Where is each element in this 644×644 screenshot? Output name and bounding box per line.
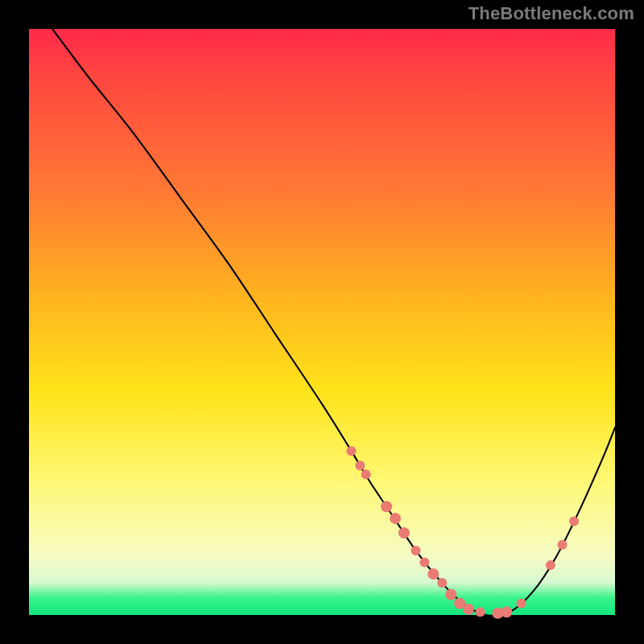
bottleneck-curve-line	[52, 29, 615, 616]
highlighted-marker	[546, 560, 555, 570]
highlighted-marker	[476, 607, 485, 617]
highlighted-marker	[569, 517, 579, 526]
highlighted-marker	[346, 446, 356, 456]
highlighted-marker	[419, 557, 429, 567]
highlighted-markers-group	[346, 446, 579, 619]
highlighted-marker	[427, 568, 439, 580]
highlighted-marker	[437, 578, 447, 588]
highlighted-marker	[445, 589, 456, 601]
highlighted-marker	[411, 546, 420, 555]
highlighted-marker	[501, 606, 512, 617]
highlighted-marker	[398, 527, 410, 539]
highlighted-marker	[390, 513, 401, 524]
highlighted-marker	[463, 604, 474, 615]
highlighted-marker	[361, 469, 371, 479]
highlighted-marker	[381, 501, 392, 512]
bottleneck-chart-svg	[29, 29, 615, 615]
highlighted-marker	[517, 598, 526, 608]
highlighted-marker	[355, 460, 365, 470]
attribution-label: TheBottleneck.com	[469, 3, 634, 24]
chart-plot-area	[29, 29, 615, 615]
highlighted-marker	[557, 540, 567, 550]
